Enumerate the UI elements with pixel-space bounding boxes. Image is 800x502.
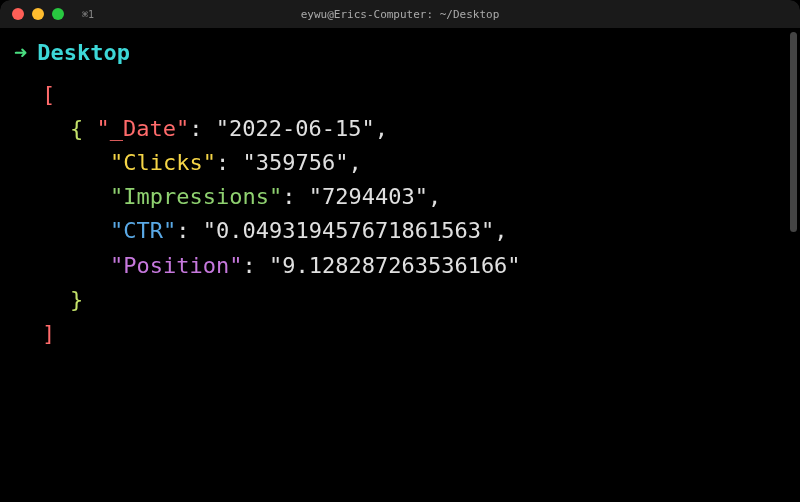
json-row-ctr: "CTR": "0.049319457671861563", [14,214,786,248]
json-row-date: { "_Date": "2022-06-15", [14,112,786,146]
maximize-button[interactable] [52,8,64,20]
json-close-bracket: ] [14,317,786,351]
json-row-impressions: "Impressions": "7294403", [14,180,786,214]
terminal-output[interactable]: ➜ Desktop [ { "_Date": "2022-06-15", "Cl… [0,28,800,502]
window-title: eywu@Erics-Computer: ~/Desktop [301,8,500,21]
tab-shortcut-label: ⌘1 [82,9,94,20]
json-close-curly: } [14,283,786,317]
prompt-arrow-icon: ➜ [14,36,27,70]
minimize-button[interactable] [32,8,44,20]
json-row-position: "Position": "9.128287263536166" [14,249,786,283]
close-button[interactable] [12,8,24,20]
tab-indicator: ⌘1 [82,9,94,20]
traffic-lights [12,8,64,20]
scrollbar[interactable] [790,32,797,232]
json-open-bracket: [ [14,78,786,112]
json-row-clicks: "Clicks": "359756", [14,146,786,180]
window-titlebar: ⌘1 eywu@Erics-Computer: ~/Desktop [0,0,800,28]
prompt-cwd: Desktop [37,36,130,70]
prompt-line: ➜ Desktop [14,36,786,70]
